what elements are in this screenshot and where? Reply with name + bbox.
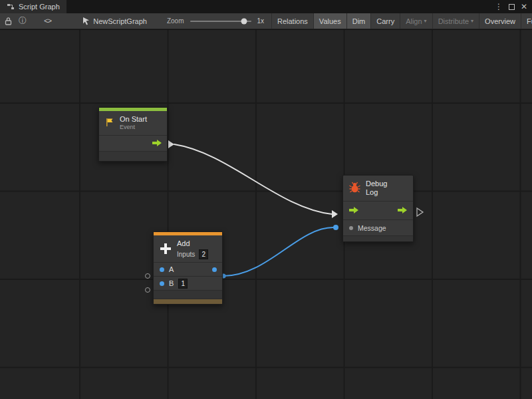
plus-icon bbox=[159, 242, 172, 257]
input-b-row: B 1 bbox=[154, 276, 222, 290]
carry-button[interactable]: Carry bbox=[370, 13, 400, 29]
chevron-down-icon: ▾ bbox=[424, 18, 427, 24]
message-label: Message bbox=[358, 224, 386, 232]
info-icon[interactable]: ⓘ bbox=[19, 15, 27, 27]
relations-button[interactable]: Relations bbox=[271, 13, 313, 29]
inputs-count-field[interactable]: 2 bbox=[199, 249, 208, 259]
message-port[interactable] bbox=[349, 226, 353, 230]
window-menu-icon[interactable]: ⋮ bbox=[495, 2, 503, 11]
node-title: Add bbox=[177, 239, 208, 248]
output-port-triangle[interactable] bbox=[417, 208, 423, 216]
on-start-output-row bbox=[99, 135, 167, 151]
node-category: Debug bbox=[366, 180, 387, 188]
node-bottom-strip bbox=[154, 299, 222, 304]
bug-icon bbox=[348, 182, 361, 195]
window-controls: ⋮ ✕ bbox=[495, 0, 532, 13]
wires-layer bbox=[0, 30, 532, 399]
external-port-circle-a[interactable] bbox=[145, 273, 150, 279]
on-start-header: On Start Event bbox=[99, 111, 167, 135]
maximize-icon[interactable] bbox=[509, 4, 515, 10]
distribute-button: Distribute▾ bbox=[432, 13, 479, 29]
input-a-port[interactable] bbox=[160, 267, 164, 272]
tab-title: Script Graph bbox=[19, 3, 60, 11]
values-button[interactable]: Values bbox=[313, 13, 346, 29]
node-title: Log bbox=[366, 188, 387, 197]
edit-cursor-icon bbox=[82, 17, 90, 25]
value-wire-end-dot bbox=[333, 225, 338, 230]
node-title: On Start bbox=[120, 115, 147, 124]
title-bar: Script Graph ⋮ ✕ bbox=[0, 0, 532, 13]
node-footer bbox=[99, 151, 167, 161]
toolbar-buttons: Relations Values Dim Carry Align▾ Distri… bbox=[271, 13, 532, 29]
tab-script-graph[interactable]: Script Graph bbox=[0, 0, 66, 13]
close-icon[interactable]: ✕ bbox=[521, 2, 527, 11]
script-graph-icon bbox=[7, 3, 15, 11]
input-b-value-field[interactable]: 1 bbox=[178, 279, 188, 289]
wire-end-arrow bbox=[332, 210, 338, 218]
zoom-slider[interactable] bbox=[190, 21, 251, 22]
wire-start-arrow bbox=[168, 140, 174, 148]
node-footer bbox=[154, 290, 222, 299]
sum-output-port[interactable] bbox=[212, 267, 217, 272]
flag-icon bbox=[104, 117, 115, 129]
graph-name[interactable]: NewScriptGraph bbox=[93, 17, 147, 25]
flow-input-port[interactable] bbox=[348, 206, 359, 215]
input-b-port[interactable] bbox=[160, 281, 164, 286]
align-button: Align▾ bbox=[400, 13, 432, 29]
fullscreen-button[interactable]: Full S bbox=[521, 13, 532, 29]
inputs-label: Inputs bbox=[177, 251, 195, 258]
input-a-label: A bbox=[169, 265, 174, 273]
debug-log-flow-row bbox=[343, 201, 413, 219]
message-input-row: Message bbox=[343, 219, 413, 235]
node-on-start[interactable]: On Start Event bbox=[98, 107, 168, 162]
overview-button[interactable]: Overview bbox=[479, 13, 521, 29]
chevron-down-icon: ▾ bbox=[471, 18, 473, 24]
graph-toolbar: ⓘ <> NewScriptGraph Zoom 1x Relations Va… bbox=[0, 13, 532, 29]
debug-log-header: Debug Log bbox=[343, 176, 413, 201]
add-header: Add Inputs 2 bbox=[154, 235, 222, 262]
control-wire[interactable] bbox=[174, 144, 332, 214]
node-footer bbox=[343, 235, 413, 241]
external-port-circle-b[interactable] bbox=[145, 287, 150, 293]
input-a-row: A bbox=[154, 262, 222, 276]
dim-button[interactable]: Dim bbox=[346, 13, 371, 29]
node-subtitle: Event bbox=[120, 124, 147, 131]
zoom-label: Zoom bbox=[167, 17, 184, 25]
input-b-label: B bbox=[169, 279, 174, 287]
zoom-value: 1x bbox=[257, 17, 264, 25]
flow-output-port[interactable] bbox=[152, 139, 162, 148]
node-add[interactable]: Add Inputs 2 A B 1 bbox=[153, 231, 223, 305]
code-view-icon[interactable]: <> bbox=[44, 17, 51, 25]
value-wire[interactable] bbox=[223, 227, 333, 276]
lock-icon[interactable] bbox=[5, 17, 12, 25]
flow-output-port[interactable] bbox=[397, 206, 408, 215]
script-graph-window: Script Graph ⋮ ✕ ⓘ <> NewScriptGraph Zoo… bbox=[0, 0, 532, 399]
graph-canvas[interactable]: On Start Event bbox=[0, 30, 532, 399]
node-debug-log[interactable]: Debug Log Message bbox=[342, 175, 414, 242]
zoom-slider-thumb[interactable] bbox=[241, 18, 247, 24]
